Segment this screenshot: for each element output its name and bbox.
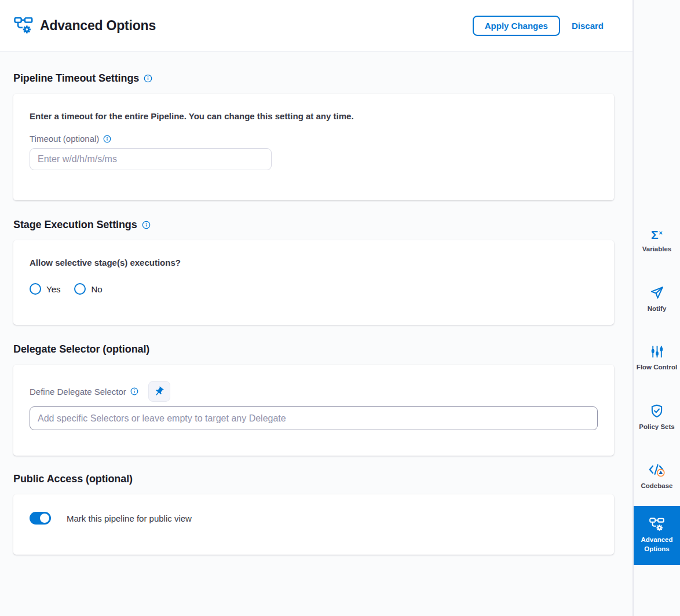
apply-changes-button[interactable]: Apply Changes <box>473 16 560 36</box>
public-access-heading-label: Public Access (optional) <box>13 473 133 485</box>
stage-execution-heading-label: Stage Execution Settings <box>13 219 137 231</box>
page-title: Advanced Options <box>40 18 156 34</box>
panel-header: Advanced Options Apply Changes Discard <box>0 0 633 52</box>
timeout-description: Enter a timeout for the entire Pipeline.… <box>30 111 598 121</box>
sidebar-item-variables[interactable]: Σ× Variables <box>634 211 680 270</box>
sidebar-item-policy-sets[interactable]: Policy Sets <box>634 388 680 447</box>
sidebar-item-flow-control[interactable]: Flow Control <box>634 329 680 388</box>
header-actions: Apply Changes Discard <box>473 16 605 36</box>
timeout-card: Enter a timeout for the entire Pipeline.… <box>13 94 614 200</box>
code-warning-icon <box>648 463 666 478</box>
main-panel: Advanced Options Apply Changes Discard P… <box>0 0 633 616</box>
pin-selector-button[interactable] <box>148 381 170 402</box>
settings-content: Pipeline Timeout Settings Enter a timeou… <box>0 52 633 616</box>
sidebar-item-label: Codebase <box>639 482 675 491</box>
selective-execution-question: Allow selective stage(s) executions? <box>30 258 598 267</box>
sidebar-item-label: Advanced Options <box>634 536 680 553</box>
delegate-card: Define Delegate Selector <box>13 365 614 456</box>
pushpin-icon <box>151 384 167 399</box>
radio-option-yes[interactable]: Yes <box>30 283 60 295</box>
timeout-input[interactable] <box>30 148 272 170</box>
public-view-toggle-label: Mark this pipeline for public view <box>67 514 192 523</box>
pipeline-settings-sidebar: Σ× Variables Notify Flow Control <box>633 0 680 616</box>
info-circle-icon[interactable] <box>144 74 152 83</box>
delegate-field-label: Define Delegate Selector <box>30 387 138 397</box>
sidebar-item-label: Variables <box>640 245 674 254</box>
info-circle-icon[interactable] <box>142 221 151 229</box>
delegate-label-row: Define Delegate Selector <box>30 381 598 402</box>
shield-check-icon <box>649 404 664 419</box>
sidebar-item-label: Flow Control <box>634 363 679 372</box>
sigma-variables-icon: Σ× <box>651 227 663 241</box>
timeout-field-label: Timeout (optional) <box>30 134 598 144</box>
delegate-heading-label: Delegate Selector (optional) <box>13 343 149 355</box>
toggle-knob <box>40 514 49 523</box>
paper-plane-icon <box>649 285 664 300</box>
header-title-group: Advanced Options <box>14 17 156 34</box>
delegate-selector-input[interactable] <box>30 406 598 430</box>
pipeline-gear-icon <box>14 17 34 34</box>
public-view-toggle-row: Mark this pipeline for public view <box>30 512 598 525</box>
radio-circle-no[interactable] <box>74 283 86 295</box>
timeout-heading-label: Pipeline Timeout Settings <box>13 72 139 85</box>
radio-option-no[interactable]: No <box>74 283 102 295</box>
info-circle-icon[interactable] <box>130 387 138 395</box>
public-access-section-heading: Public Access (optional) <box>13 473 614 485</box>
stage-execution-section-heading: Stage Execution Settings <box>13 219 614 231</box>
public-view-toggle[interactable] <box>30 512 51 525</box>
advanced-options-page: Advanced Options Apply Changes Discard P… <box>0 0 680 616</box>
discard-button[interactable]: Discard <box>571 17 605 34</box>
stage-execution-card: Allow selective stage(s) executions? Yes… <box>13 240 614 325</box>
info-circle-icon[interactable] <box>103 135 111 143</box>
sidebar-item-label: Notify <box>645 305 669 314</box>
timeout-section-heading: Pipeline Timeout Settings <box>13 72 614 85</box>
radio-circle-yes[interactable] <box>30 283 41 295</box>
pipeline-gear-icon <box>649 518 665 531</box>
sidebar-item-advanced-options[interactable]: Advanced Options <box>634 506 680 565</box>
sidebar-item-notify[interactable]: Notify <box>634 270 680 329</box>
delegate-section-heading: Delegate Selector (optional) <box>13 343 614 355</box>
public-access-card: Mark this pipeline for public view <box>13 494 614 555</box>
sidebar-item-label: Policy Sets <box>637 423 677 432</box>
sliders-icon <box>650 344 664 359</box>
sidebar-item-codebase[interactable]: Codebase <box>634 447 680 506</box>
selective-execution-radio-group: Yes No <box>30 283 598 295</box>
